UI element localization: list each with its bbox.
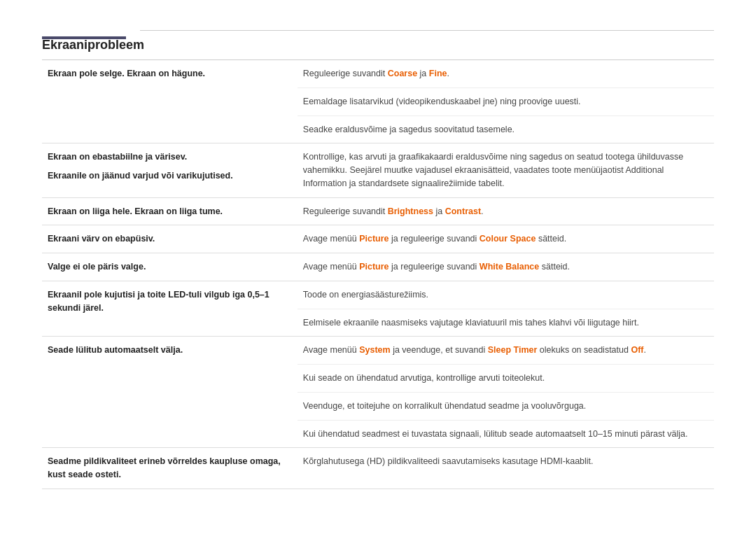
highlight-white-balance: White Balance	[479, 262, 539, 272]
table-row: Valge ei ole päris valge. Avage menüü Pi…	[42, 253, 714, 281]
solution-item: Avage menüü System ja veenduge, et suvan…	[298, 337, 714, 365]
problem-label: Seadme pildikvaliteet erineb võrreldes k…	[42, 448, 298, 489]
highlight-picture: Picture	[359, 234, 388, 244]
solution-item: Kui seade on ühendatud arvutiga, kontrol…	[298, 365, 714, 393]
highlight-coarse: Coarse	[388, 69, 417, 78]
solution-col: Toode on energiasäästurežiimis. Eelmisel…	[298, 281, 714, 337]
table-row: Ekraan on liiga hele. Ekraan on liiga tu…	[42, 197, 714, 225]
solution-col: Kontrollige, kas arvuti ja graafikakaard…	[298, 143, 714, 197]
solution-item: Seadke eraldusvõime ja sagedus soovitatu…	[298, 116, 714, 143]
solution-multi: Reguleerige suvandit Coarse ja Fine. Eem…	[298, 60, 714, 143]
solution-col: Avage menüü Picture ja reguleerige suvan…	[298, 253, 714, 281]
solution-item: Eemaldage lisatarvikud (videopikenduskaa…	[298, 88, 714, 116]
main-table: Ekraan pole selge. Ekraan on hägune. Reg…	[42, 60, 714, 489]
highlight-sleep-timer: Sleep Timer	[488, 345, 538, 355]
table-row: Seadme pildikvaliteet erineb võrreldes k…	[42, 448, 714, 489]
solution-multi: Avage menüü System ja veenduge, et suvan…	[298, 337, 714, 447]
table-row: Ekraanil pole kujutisi ja toite LED-tuli…	[42, 281, 714, 337]
solution-col: Reguleerige suvandit Brightness ja Contr…	[298, 197, 714, 225]
solution-col: Kõrglahutusega (HD) pildikvaliteedi saav…	[298, 448, 714, 489]
highlight-brightness: Brightness	[388, 206, 433, 216]
highlight-off: Off	[631, 345, 643, 355]
highlight-contrast: Contrast	[445, 206, 481, 216]
highlight-picture2: Picture	[359, 262, 388, 272]
table-row: Ekraan pole selge. Ekraan on hägune. Reg…	[42, 60, 714, 143]
table-row: Ekraani värv on ebapüsiv. Avage menüü Pi…	[42, 225, 714, 253]
table-row: Seade lülitub automaatselt välja. Avage …	[42, 337, 714, 448]
highlight-colour-space: Colour Space	[479, 234, 536, 244]
highlight-system: System	[359, 345, 390, 355]
problem-label: Ekraani värv on ebapüsiv.	[42, 225, 298, 253]
solution-multi: Toode on energiasäästurežiimis. Eelmisel…	[298, 281, 714, 337]
solution-item: Kui ühendatud seadmest ei tuvastata sign…	[298, 421, 714, 448]
problem-label: Ekraanil pole kujutisi ja toite LED-tuli…	[42, 281, 298, 337]
problem-label: Valge ei ole päris valge.	[42, 253, 298, 281]
page-container: Ekraaniprobleem Ekraan pole selge. Ekraa…	[0, 0, 756, 517]
solution-item: Toode on energiasäästurežiimis.	[298, 281, 714, 309]
page-title: Ekraaniprobleem	[42, 31, 144, 59]
solution-col: Avage menüü System ja veenduge, et suvan…	[298, 337, 714, 448]
solution-col: Reguleerige suvandit Coarse ja Fine. Eem…	[298, 60, 714, 143]
solution-item: Veenduge, et toitejuhe on korralikult üh…	[298, 393, 714, 421]
page-title-row: Ekraaniprobleem	[42, 31, 714, 60]
problem-label: Ekraan on liiga hele. Ekraan on liiga tu…	[42, 197, 298, 225]
solution-col: Avage menüü Picture ja reguleerige suvan…	[298, 225, 714, 253]
highlight-fine: Fine	[429, 69, 447, 78]
problem-label: Seade lülitub automaatselt välja.	[42, 337, 298, 448]
solution-item: Reguleerige suvandit Coarse ja Fine.	[298, 60, 714, 88]
problem-label: Ekraan on ebastabiilne ja värisev. Ekraa…	[42, 143, 298, 197]
table-row: Ekraan on ebastabiilne ja värisev. Ekraa…	[42, 143, 714, 197]
problem-label: Ekraan pole selge. Ekraan on hägune.	[42, 60, 298, 143]
solution-item: Eelmisele ekraanile naasmiseks vajutage …	[298, 309, 714, 337]
